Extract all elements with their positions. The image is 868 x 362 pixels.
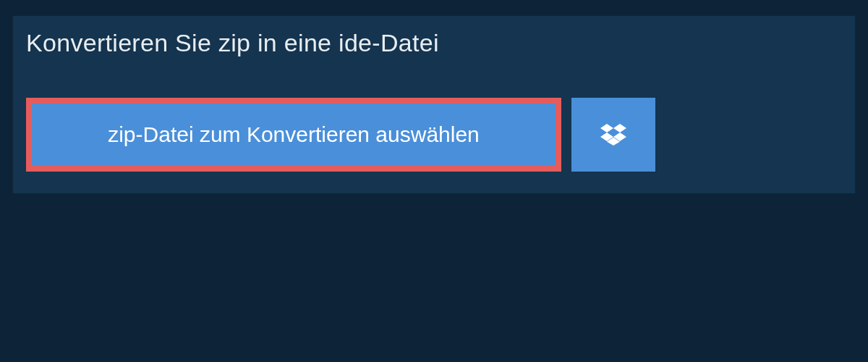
page-title: Konvertieren Sie zip in eine ide-Datei <box>26 29 439 57</box>
dropbox-icon <box>600 122 626 148</box>
title-container: Konvertieren Sie zip in eine ide-Datei <box>13 16 464 70</box>
converter-panel: Konvertieren Sie zip in eine ide-Datei z… <box>13 16 855 193</box>
dropbox-button[interactable] <box>571 98 655 172</box>
select-file-label: zip-Datei zum Konvertieren auswählen <box>108 122 480 147</box>
action-row: zip-Datei zum Konvertieren auswählen <box>13 70 855 172</box>
select-file-button[interactable]: zip-Datei zum Konvertieren auswählen <box>26 98 561 172</box>
